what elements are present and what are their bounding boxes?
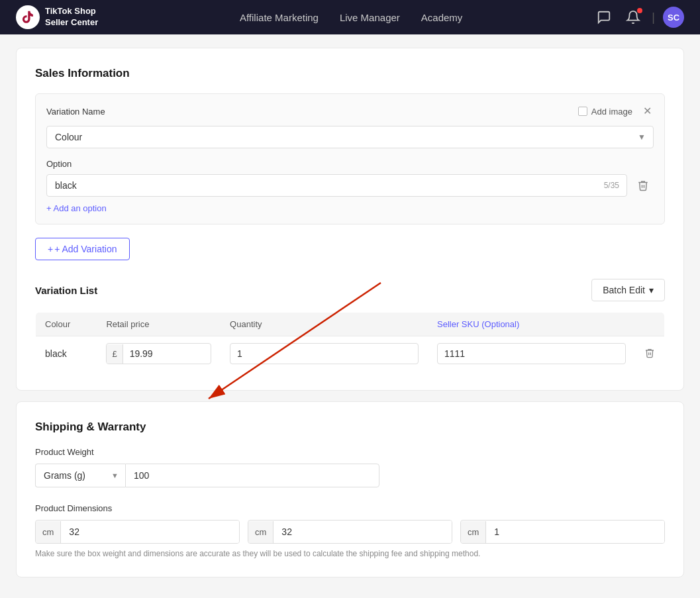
colour-select-wrapper: Colour ▼ bbox=[46, 126, 654, 148]
row-sku bbox=[428, 336, 635, 372]
brand-text: TikTok ShopSeller Center bbox=[45, 6, 98, 28]
weight-row: Grams (g) Kilograms (kg) Pounds (lb) Oun… bbox=[35, 464, 379, 487]
col-actions bbox=[635, 313, 665, 336]
dim2-prefix: cm bbox=[248, 521, 274, 543]
table-header-row: Colour Retail price Quantity Seller SKU … bbox=[36, 313, 665, 336]
navbar: TikTok ShopSeller Center Affiliate Marke… bbox=[0, 0, 700, 34]
dim1-input[interactable] bbox=[61, 521, 239, 543]
option-input[interactable] bbox=[46, 174, 627, 197]
shipping-card: Shipping & Warranty Product Weight Grams… bbox=[16, 401, 684, 577]
add-option-link[interactable]: + Add an option bbox=[46, 203, 107, 213]
dim1-prefix: cm bbox=[36, 521, 61, 543]
col-retail-price: Retail price bbox=[97, 313, 221, 336]
option-label: Option bbox=[46, 159, 654, 169]
price-prefix: £ bbox=[107, 344, 123, 364]
option-counter: 5/35 bbox=[604, 181, 619, 190]
dim2-input[interactable] bbox=[274, 521, 452, 543]
add-variation-label: + Add Variation bbox=[54, 244, 117, 254]
nav-divider: | bbox=[652, 11, 655, 25]
row-delete[interactable] bbox=[635, 336, 665, 372]
row-colour: black bbox=[36, 336, 97, 372]
batch-edit-label: Batch Edit bbox=[603, 285, 645, 295]
weight-input[interactable] bbox=[125, 464, 379, 487]
tiktok-logo-icon bbox=[16, 5, 40, 29]
variation-table-header: Colour Retail price Quantity Seller SKU … bbox=[36, 313, 665, 336]
variation-table-body: black £ bbox=[36, 336, 665, 372]
dim3-input[interactable] bbox=[486, 521, 664, 543]
option-input-wrapper: 5/35 bbox=[46, 174, 627, 197]
batch-edit-button[interactable]: Batch Edit ▾ bbox=[591, 279, 665, 301]
delete-option-button[interactable] bbox=[632, 175, 654, 196]
dimensions-row: cm cm cm bbox=[35, 520, 665, 544]
col-seller-sku: Seller SKU (Optional) bbox=[428, 313, 635, 336]
variation-list-title: Variation List bbox=[35, 285, 97, 296]
price-input-wrapper: £ bbox=[106, 343, 211, 364]
price-input[interactable] bbox=[123, 344, 176, 364]
colour-select[interactable]: Colour bbox=[46, 126, 654, 148]
row-quantity bbox=[221, 336, 428, 372]
add-image-label[interactable]: Add image bbox=[578, 107, 632, 117]
add-image-checkbox[interactable] bbox=[578, 107, 587, 116]
product-dimensions-section: Product Dimensions cm cm cm Make sure th… bbox=[35, 503, 665, 558]
nav-academy[interactable]: Academy bbox=[421, 12, 463, 23]
sales-information-title: Sales Information bbox=[35, 67, 665, 80]
dim3-prefix: cm bbox=[461, 521, 486, 543]
user-avatar[interactable]: SC bbox=[663, 7, 684, 28]
main-content: Sales Information Variation Name Add ima… bbox=[0, 34, 700, 598]
nav-actions: | SC bbox=[593, 7, 684, 28]
dimension-field-3: cm bbox=[460, 520, 665, 544]
product-weight-section: Product Weight Grams (g) Kilograms (kg) … bbox=[35, 447, 665, 487]
nav-links: Affiliate Marketing Live Manager Academy bbox=[130, 12, 572, 23]
nav-live-manager[interactable]: Live Manager bbox=[340, 12, 400, 23]
dimension-field-2: cm bbox=[248, 520, 452, 544]
quantity-input[interactable] bbox=[230, 343, 419, 364]
variation-list-section: Variation List Batch Edit ▾ Colour Retai… bbox=[35, 279, 665, 372]
sales-information-card: Sales Information Variation Name Add ima… bbox=[16, 48, 684, 391]
weight-unit-select[interactable]: Grams (g) Kilograms (kg) Pounds (lb) Oun… bbox=[35, 464, 125, 487]
chat-icon[interactable] bbox=[593, 7, 615, 28]
option-input-row: 5/35 bbox=[46, 174, 654, 197]
nav-affiliate-marketing[interactable]: Affiliate Marketing bbox=[240, 12, 319, 23]
delete-row-icon bbox=[644, 348, 655, 358]
col-quantity: Quantity bbox=[221, 313, 428, 336]
variation-list-header: Variation List Batch Edit ▾ bbox=[35, 279, 665, 301]
product-weight-label: Product Weight bbox=[35, 447, 665, 457]
variation-block: Variation Name Add image ✕ Colour ▼ O bbox=[35, 93, 665, 224]
variation-block-header: Variation Name Add image ✕ bbox=[46, 105, 654, 118]
sku-input[interactable] bbox=[437, 343, 626, 364]
variation-block-actions: Add image ✕ bbox=[578, 105, 654, 118]
col-colour: Colour bbox=[36, 313, 97, 336]
variation-table: Colour Retail price Quantity Seller SKU … bbox=[35, 312, 665, 372]
add-image-text: Add image bbox=[591, 107, 632, 117]
close-variation-button[interactable]: ✕ bbox=[640, 105, 654, 118]
dimensions-note: Make sure the box weight and dimensions … bbox=[35, 549, 665, 558]
product-dimensions-label: Product Dimensions bbox=[35, 503, 665, 513]
notification-badge bbox=[637, 8, 642, 13]
shipping-title: Shipping & Warranty bbox=[35, 421, 665, 434]
option-section: Option 5/35 + Add a bbox=[46, 159, 654, 213]
add-variation-plus-icon: + bbox=[48, 244, 53, 254]
notification-icon[interactable] bbox=[623, 7, 644, 28]
variation-name-label: Variation Name bbox=[46, 107, 105, 117]
dimension-field-1: cm bbox=[35, 520, 240, 544]
batch-edit-chevron-icon: ▾ bbox=[649, 285, 654, 295]
row-price: £ bbox=[97, 336, 221, 372]
add-variation-button[interactable]: + + Add Variation bbox=[35, 238, 130, 260]
brand-logo[interactable]: TikTok ShopSeller Center bbox=[16, 5, 109, 29]
unit-select-wrapper: Grams (g) Kilograms (kg) Pounds (lb) Oun… bbox=[35, 464, 125, 487]
table-row: black £ bbox=[36, 336, 665, 372]
